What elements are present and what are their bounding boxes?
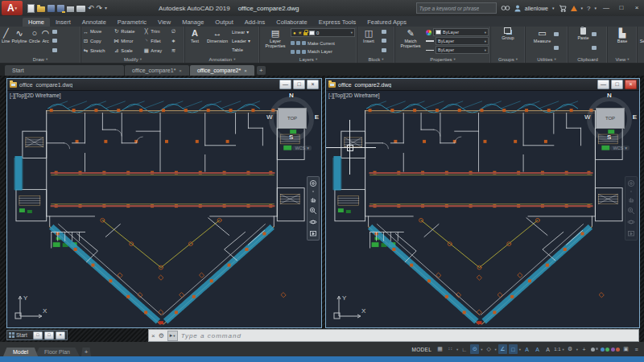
copy-button[interactable]: ⊡Copy <box>83 38 111 44</box>
osnap-chevron-icon[interactable]: ▾ <box>519 348 521 352</box>
snap-icon[interactable]: ∷ <box>446 344 455 354</box>
rotate-button[interactable]: ↻Rotate <box>114 28 141 35</box>
command-close-icon[interactable]: × <box>151 332 155 339</box>
move-button[interactable]: ↔Move <box>83 29 111 35</box>
fillet-button[interactable]: ◝Fillet <box>143 38 168 44</box>
grid-icon[interactable]: ▦ <box>436 344 444 354</box>
username[interactable]: allenlowe <box>525 6 548 11</box>
edit-block-icon[interactable] <box>382 30 386 34</box>
viewcube[interactable]: N E S W TOP WCS ▾ <box>266 94 316 144</box>
child-titlebar[interactable]: office_compare2.dwg — □ × <box>326 79 639 91</box>
annotation-scale-icon[interactable]: A <box>543 344 552 354</box>
workspace-gear-icon[interactable]: ⚙ <box>566 344 575 354</box>
quick-calc-icon[interactable] <box>554 46 559 50</box>
drawing-window-office-compare1[interactable]: office_compare1.dwg — □ × [-][Top][2D Wi… <box>6 78 322 328</box>
undo-icon[interactable]: ↶ <box>88 4 94 12</box>
annotation-scale-value[interactable]: 1:1 <box>554 347 560 352</box>
isodraft-chevron-icon[interactable]: ▾ <box>495 348 497 352</box>
insert-button[interactable]: ◫ Insert <box>359 27 378 55</box>
save-icon[interactable] <box>47 5 55 12</box>
open-file-icon[interactable] <box>37 6 45 12</box>
annotation-autoscale-icon[interactable]: A <box>533 344 542 354</box>
tab-express-tools[interactable]: Express Tools <box>313 18 362 27</box>
properties-panel-label-row[interactable]: Properties ▾ <box>395 56 490 63</box>
file-tab-office-compare1[interactable]: office_compare1* × <box>125 65 189 76</box>
child-minimize-button[interactable]: — <box>597 80 609 89</box>
viewcube-south[interactable]: S <box>607 134 611 141</box>
tab-featured-apps[interactable]: Featured Apps <box>361 18 412 27</box>
clean-screen-icon[interactable]: ▣ <box>621 344 630 354</box>
scale-button[interactable]: ⊿Scale <box>114 47 141 54</box>
drawing-window-office-compare2[interactable]: office_compare2.dwg — □ × [-][Top][2D Wi… <box>325 78 640 328</box>
viewcube-west[interactable]: W <box>266 113 273 121</box>
steering-wheel-icon[interactable] <box>309 179 317 187</box>
close-tab-icon[interactable]: × <box>244 68 247 73</box>
tab-collaborate[interactable]: Collaborate <box>270 18 312 27</box>
pan-hand-icon[interactable] <box>627 195 635 204</box>
snap-chevron-icon[interactable]: ▾ <box>456 348 458 352</box>
viewport-controls-label[interactable]: [-][Top][2D Wireframe] <box>328 93 380 98</box>
group-button[interactable]: Group <box>502 27 514 55</box>
rectangle-icon[interactable] <box>52 30 57 34</box>
erase-button[interactable]: ∅ <box>171 28 183 35</box>
tab-view[interactable]: View <box>152 18 176 27</box>
child-titlebar[interactable]: office_compare1.dwg — □ × <box>7 79 321 91</box>
block-attributes-icon[interactable] <box>382 48 386 52</box>
object-color-dropdown[interactable]: ByLayer ▾ <box>433 28 489 36</box>
explode-button[interactable]: ∗ <box>171 38 183 44</box>
min-maximize-button[interactable]: □ <box>44 331 54 339</box>
minimize-button[interactable]: — <box>601 1 612 15</box>
save-as-icon[interactable] <box>57 5 64 12</box>
close-button[interactable]: × <box>631 1 642 15</box>
groups-panel-label-row[interactable]: Groups ▾ <box>491 56 525 63</box>
trim-button[interactable]: ╳Trim <box>143 28 168 35</box>
search-input[interactable]: Type a keyword or phrase <box>416 2 497 14</box>
showmotion-icon[interactable] <box>627 229 635 237</box>
viewcube-top-face[interactable]: TOP <box>278 108 307 129</box>
viewcube-top-face[interactable]: TOP <box>596 108 625 129</box>
help-chevron-icon[interactable]: ▾ <box>594 6 597 10</box>
child-restore-button[interactable]: □ <box>611 80 623 89</box>
orbit-icon[interactable] <box>309 218 317 226</box>
layers-panel-label-row[interactable]: Layers ▾ <box>260 56 357 63</box>
select-mode-button[interactable]: ☝ Select Mode <box>640 27 644 55</box>
offset-button[interactable]: ≋ <box>171 47 183 54</box>
new-layout-button[interactable]: + <box>81 348 91 356</box>
paste-button[interactable]: Paste <box>577 27 588 55</box>
layout-tab-floor-plan[interactable]: Floor Plan <box>35 348 80 356</box>
object-snap-icon[interactable]: □ <box>509 344 518 354</box>
tab-output[interactable]: Output <box>209 18 239 27</box>
cut-icon[interactable] <box>592 46 597 50</box>
orbit-icon[interactable] <box>627 218 635 226</box>
block-panel-label-row[interactable]: Block ▾ <box>357 56 394 63</box>
close-tab-icon[interactable]: × <box>179 68 182 73</box>
tab-home[interactable]: Home <box>23 18 50 27</box>
layout-tab-model[interactable]: Model <box>3 348 38 356</box>
modify-panel-label-row[interactable]: Modify ▾ <box>81 56 184 63</box>
color-wheel-icon[interactable] <box>426 30 431 35</box>
match-layer-button[interactable]: Match Layer <box>291 49 355 54</box>
annotation-panel-label-row[interactable]: Annotation ▾ <box>185 56 259 63</box>
annotation-visibility-icon[interactable]: A <box>522 344 531 354</box>
table-button[interactable]: Table <box>232 47 250 52</box>
view-panel-label-row[interactable]: View ▾ <box>608 56 637 63</box>
store-cart-icon[interactable] <box>559 5 567 12</box>
command-input[interactable]: Type a command <box>181 332 242 339</box>
tab-parametric[interactable]: Parametric <box>112 18 152 27</box>
file-tab-start[interactable]: Start <box>5 65 124 76</box>
help-icon[interactable]: ? <box>587 5 590 12</box>
pan-hand-icon[interactable] <box>309 195 317 204</box>
customize-plus-icon[interactable]: + <box>580 344 588 354</box>
viewcube-south[interactable]: S <box>289 134 293 141</box>
base-button[interactable]: ▙ Base <box>617 27 628 55</box>
hardware-acceleration-icon[interactable] <box>611 344 620 354</box>
steering-wheel-icon[interactable] <box>627 179 635 187</box>
object-snap-tracking-icon[interactable]: ∠ <box>498 344 507 354</box>
file-tab-office-compare2[interactable]: office_compare2* × <box>190 65 254 76</box>
maximize-button[interactable]: □ <box>616 1 627 15</box>
viewport[interactable]: [-][Top][2D Wireframe] N E S W TOP WCS <box>326 91 639 327</box>
workspace-chevron-icon[interactable]: ▾ <box>576 348 578 352</box>
lineweight-dropdown[interactable]: ByLayer ▾ <box>436 37 489 45</box>
graphics-performance-icon[interactable] <box>601 344 609 354</box>
layer-dropdown[interactable]: ● ☀ 0 ▾ <box>291 28 355 37</box>
